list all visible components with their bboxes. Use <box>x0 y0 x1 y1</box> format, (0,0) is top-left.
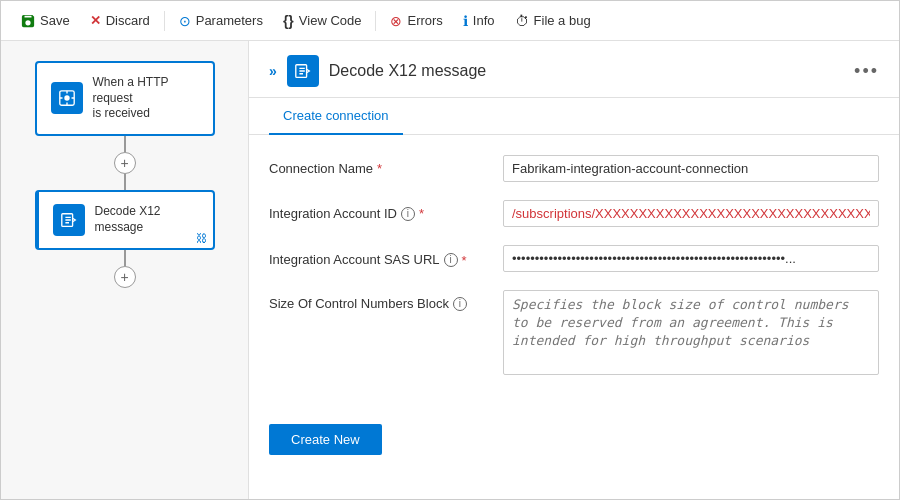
form-row-integration-account-id: Integration Account ID i * <box>269 200 879 227</box>
bottom-row: Create New <box>249 416 899 475</box>
decode-x12-icon <box>60 211 78 229</box>
file-bug-label: File a bug <box>534 13 591 28</box>
toolbar-divider-1 <box>164 11 165 31</box>
discard-label: Discard <box>106 13 150 28</box>
panel-title: Decode X12 message <box>329 62 844 80</box>
toolbar: Save ✕ Discard ⊙ Parameters {} View Code… <box>1 1 899 41</box>
sas-url-required: * <box>462 253 467 268</box>
connection-name-input[interactable] <box>503 155 879 182</box>
connector-2: + <box>114 250 136 288</box>
form-row-connection-name: Connection Name * <box>269 155 879 182</box>
panel-header: » Decode X12 message ••• <box>249 41 899 98</box>
info-button[interactable]: ℹ Info <box>455 9 503 33</box>
integration-account-id-required: * <box>419 206 424 221</box>
http-trigger-node[interactable]: When a HTTP requestis received <box>35 61 215 136</box>
integration-account-id-label: Integration Account ID i * <box>269 200 489 221</box>
decode-x12-label: Decode X12 message <box>95 204 199 235</box>
info-icon: ℹ <box>463 13 468 29</box>
toolbar-divider-2 <box>375 11 376 31</box>
sas-url-control <box>503 245 879 272</box>
connection-name-control <box>503 155 879 182</box>
parameters-button[interactable]: ⊙ Parameters <box>171 9 271 33</box>
file-bug-icon: ⏱ <box>515 13 529 29</box>
panel-tabs: Create connection <box>249 98 899 135</box>
connection-name-required: * <box>377 161 382 176</box>
decode-x12-icon-wrap <box>53 204 85 236</box>
http-trigger-icon-wrap <box>51 82 83 114</box>
control-numbers-block-input[interactable] <box>503 290 879 375</box>
sas-url-input[interactable] <box>503 245 879 272</box>
connector-line-2 <box>124 174 126 190</box>
panel-step-icon-wrap <box>287 55 319 87</box>
decode-x12-link-icon: ⛓ <box>196 232 207 244</box>
save-icon <box>21 14 35 28</box>
add-step-button-2[interactable]: + <box>114 266 136 288</box>
control-numbers-block-info-icon[interactable]: i <box>453 297 467 311</box>
decode-x12-node[interactable]: Decode X12 message ⛓ <box>35 190 215 250</box>
discard-button[interactable]: ✕ Discard <box>82 9 158 32</box>
control-numbers-block-control <box>503 290 879 378</box>
save-label: Save <box>40 13 70 28</box>
parameters-icon: ⊙ <box>179 13 191 29</box>
create-new-button[interactable]: Create New <box>269 424 382 455</box>
connector-line-3 <box>124 250 126 266</box>
connection-name-label: Connection Name * <box>269 155 489 176</box>
errors-label: Errors <box>407 13 442 28</box>
http-trigger-label: When a HTTP requestis received <box>93 75 199 122</box>
integration-account-id-control <box>503 200 879 227</box>
tab-create-connection[interactable]: Create connection <box>269 98 403 135</box>
errors-button[interactable]: ⊗ Errors <box>382 9 450 33</box>
parameters-label: Parameters <box>196 13 263 28</box>
sas-url-info-icon[interactable]: i <box>444 253 458 267</box>
add-step-button-1[interactable]: + <box>114 152 136 174</box>
right-panel: » Decode X12 message ••• Create connecti… <box>249 41 899 500</box>
workflow-canvas: When a HTTP requestis received + Decode … <box>1 41 249 500</box>
view-code-button[interactable]: {} View Code <box>275 9 370 33</box>
view-code-icon: {} <box>283 13 294 29</box>
file-bug-button[interactable]: ⏱ File a bug <box>507 9 599 33</box>
form-row-sas-url: Integration Account SAS URL i * <box>269 245 879 272</box>
form-row-control-numbers-block: Size Of Control Numbers Block i <box>269 290 879 378</box>
sas-url-label: Integration Account SAS URL i * <box>269 245 489 268</box>
control-numbers-block-label: Size Of Control Numbers Block i <box>269 290 489 311</box>
svg-point-1 <box>64 96 69 101</box>
http-trigger-icon <box>58 89 76 107</box>
errors-icon: ⊗ <box>390 13 402 29</box>
expand-icon[interactable]: » <box>269 63 277 79</box>
panel-step-icon <box>294 62 312 80</box>
discard-icon: ✕ <box>90 13 101 28</box>
view-code-label: View Code <box>299 13 362 28</box>
connector-line-1 <box>124 136 126 152</box>
more-options-button[interactable]: ••• <box>854 61 879 82</box>
save-button[interactable]: Save <box>13 9 78 32</box>
main-area: When a HTTP requestis received + Decode … <box>1 41 899 500</box>
info-label: Info <box>473 13 495 28</box>
connector-1: + <box>114 136 136 190</box>
integration-account-id-input[interactable] <box>503 200 879 227</box>
integration-account-id-info-icon[interactable]: i <box>401 207 415 221</box>
panel-body: Connection Name * Integration Account ID… <box>249 135 899 416</box>
